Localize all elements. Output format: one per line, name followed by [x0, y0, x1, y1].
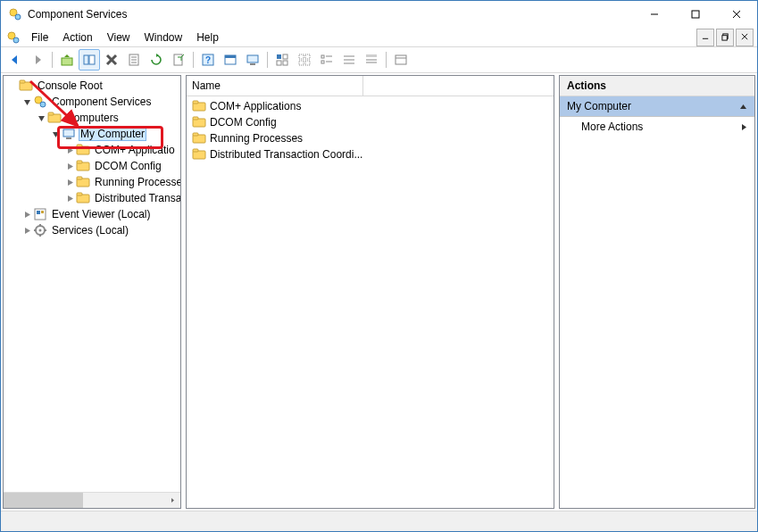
scroll-right-arrow-icon[interactable] [165, 493, 180, 508]
tree-component-services[interactable]: Component Services [21, 94, 180, 110]
menu-action[interactable]: Action [55, 29, 99, 46]
menu-help[interactable]: Help [189, 29, 226, 46]
svg-rect-14 [84, 55, 88, 64]
tree-dcom[interactable]: DCOM Config [64, 158, 180, 174]
tree-horizontal-scrollbar[interactable] [4, 492, 180, 508]
svg-rect-60 [77, 161, 82, 163]
menu-window[interactable]: Window [137, 29, 190, 46]
chevron-right-icon[interactable] [21, 225, 32, 236]
toolbar-computer-icon[interactable] [242, 49, 263, 71]
chevron-down-icon[interactable] [50, 129, 61, 139]
folder-icon [76, 143, 90, 157]
chevron-down-icon[interactable] [21, 96, 32, 107]
svg-rect-3 [692, 11, 699, 18]
folder-icon [76, 159, 90, 173]
list-item[interactable]: DCOM Config [187, 114, 554, 130]
svg-point-69 [39, 229, 42, 232]
svg-rect-55 [63, 129, 74, 137]
folder-icon [47, 111, 62, 125]
toolbar-view-detail-button[interactable] [361, 49, 382, 71]
window-close-button[interactable] [716, 1, 757, 28]
list-column-header[interactable]: Name [187, 76, 554, 96]
list-item-label: COM+ Applications [210, 100, 301, 112]
menu-file[interactable]: File [24, 29, 55, 46]
toolbar-view-large-button[interactable] [294, 49, 315, 71]
list-pane: Name COM+ Applications DCOM Config Runni… [186, 75, 554, 509]
svg-rect-75 [193, 101, 198, 104]
toolbar-forward-button[interactable] [27, 49, 48, 71]
svg-rect-33 [299, 54, 304, 59]
toolbar-show-hide-button[interactable] [79, 49, 100, 71]
toolbar-back-button[interactable] [4, 49, 26, 71]
list-item-label: Distributed Transaction Coordi... [210, 148, 362, 161]
tree-scroll-area[interactable]: Console Root Component Services [4, 76, 180, 492]
tree-services[interactable]: Services (Local) [21, 222, 180, 238]
window-title: Component Services [28, 8, 634, 21]
toolbar-view-small-button[interactable] [316, 49, 337, 71]
toolbar-export-button[interactable] [168, 49, 189, 71]
tree-computers[interactable]: Computers [36, 110, 180, 126]
toolbar-up-button[interactable] [56, 49, 78, 71]
list-item[interactable]: Running Processes [187, 130, 554, 146]
tree-pane: Console Root Component Services [3, 75, 181, 509]
tree-cs-label: Component Services [50, 95, 153, 109]
actions-context-header[interactable]: My Computer [560, 96, 754, 117]
tree-my-computer-label: My Computer [79, 127, 146, 141]
toolbar-view-status-button[interactable] [271, 49, 293, 71]
column-name-label: Name [192, 79, 221, 92]
chevron-right-icon[interactable] [64, 145, 75, 155]
titlebar: Component Services [1, 1, 757, 28]
svg-rect-15 [89, 55, 95, 64]
toolbar-window-button[interactable] [220, 49, 241, 71]
list-item[interactable]: COM+ Applications [187, 98, 554, 114]
toolbar: ? [1, 47, 757, 72]
tree-root-console[interactable]: Console Root [7, 78, 180, 94]
svg-rect-30 [277, 61, 281, 65]
svg-rect-27 [247, 55, 258, 62]
tree-my-computer[interactable]: My Computer [50, 126, 180, 142]
mdi-restore-button[interactable] [716, 29, 734, 46]
menubar: File Action View Window Help [1, 28, 757, 46]
chevron-right-icon[interactable] [64, 161, 75, 171]
list-item-label: DCOM Config [210, 116, 277, 129]
toolbar-extra-button[interactable] [390, 49, 412, 71]
toolbar-view-list-button[interactable] [338, 49, 360, 71]
chevron-right-icon[interactable] [21, 209, 32, 220]
folder-icon [192, 115, 206, 129]
actions-context-label: My Computer [567, 100, 631, 112]
svg-rect-10 [721, 36, 726, 40]
tree-running-label: Running Processe [93, 175, 180, 189]
toolbar-properties-button[interactable] [123, 49, 145, 71]
scrollbar-thumb[interactable] [4, 493, 83, 508]
svg-point-52 [40, 102, 46, 107]
tree-event-viewer[interactable]: Event Viewer (Local) [21, 206, 180, 222]
mdi-minimize-button[interactable] [696, 29, 714, 46]
actions-more-actions[interactable]: More Actions [560, 117, 754, 137]
chevron-right-icon[interactable] [64, 193, 75, 204]
chevron-right-icon[interactable] [64, 177, 75, 187]
tree-dtc[interactable]: Distributed Transa [64, 190, 180, 206]
toolbar-help-button[interactable]: ? [197, 49, 219, 71]
svg-rect-81 [193, 149, 198, 152]
svg-rect-50 [20, 80, 25, 83]
svg-rect-38 [321, 61, 324, 63]
collapse-up-icon[interactable] [739, 103, 747, 111]
menu-view[interactable]: View [100, 29, 137, 46]
tree-complus[interactable]: COM+ Applicatio [64, 142, 180, 158]
mdi-close-button[interactable] [736, 29, 754, 46]
window-maximize-button[interactable] [675, 1, 716, 28]
svg-rect-31 [283, 54, 287, 59]
tree-running[interactable]: Running Processe [64, 174, 180, 190]
toolbar-delete-button[interactable] [101, 49, 122, 71]
window-minimize-button[interactable] [634, 1, 675, 28]
actions-pane-title: Actions [560, 76, 754, 96]
list-item[interactable]: Distributed Transaction Coordi... [187, 146, 554, 162]
chevron-down-icon[interactable] [36, 112, 46, 123]
svg-text:?: ? [205, 55, 211, 65]
svg-point-7 [13, 37, 19, 43]
list-body[interactable]: COM+ Applications DCOM Config Running Pr… [187, 96, 554, 164]
svg-rect-37 [321, 55, 324, 58]
column-name[interactable]: Name [187, 76, 363, 96]
toolbar-refresh-button[interactable] [146, 49, 167, 71]
app-icon [8, 7, 22, 21]
